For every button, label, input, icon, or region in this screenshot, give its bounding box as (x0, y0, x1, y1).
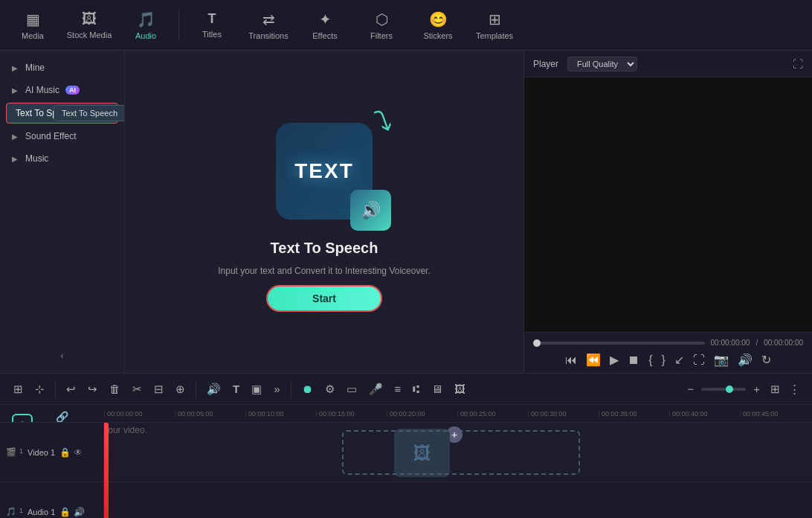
zoom-control: − + (683, 380, 764, 398)
ruler-mark-2: 00:00:10:00 (245, 410, 316, 418)
nav-item-effects[interactable]: ✦ Effects (298, 3, 352, 48)
toolbar-split-btn[interactable]: ⊟ (149, 380, 168, 399)
toolbar-caption-btn[interactable]: ≡ (390, 380, 406, 398)
volume-button[interactable]: 🔊 (738, 353, 753, 367)
toolbar-settings-btn[interactable]: ⚙ (320, 380, 339, 399)
control-buttons: ⏮ ⏪ ▶ ⏹ { } ↙ ⛶ 📷 🔊 ↻ (533, 353, 803, 367)
tts-illustration: TEXT ⤵ 🔊 (265, 112, 384, 231)
nav-label-stock-media: Stock Media (67, 31, 112, 39)
timeline-tracks: + 🖼 Drag and drop media and effects here… (104, 423, 812, 518)
nav-item-stock-media[interactable]: 🖼 Stock Media (62, 3, 116, 48)
fullscreen-button[interactable]: ⛶ (693, 354, 705, 367)
sidebar-label-sound-effect: Sound Effect (25, 131, 77, 141)
toolbar-crop3-btn[interactable]: ▭ (342, 380, 361, 399)
sidebar-item-ai-music[interactable]: ▶ AI Music AI (0, 79, 124, 101)
track-lock-btn-video[interactable]: 🔒 (59, 447, 71, 458)
toolbar-screen-btn[interactable]: 🖥 (427, 380, 447, 398)
player-header: Player Full Quality 1/2 Quality 1/4 Qual… (524, 51, 812, 77)
track-lock-btn-audio[interactable]: 🔒 (59, 507, 71, 517)
audio-track-row (104, 482, 812, 518)
toolbar-separator-2 (196, 380, 196, 398)
progress-bar[interactable] (533, 342, 705, 345)
tts-text-icon: TEXT (294, 159, 354, 183)
zoom-knob (726, 386, 733, 393)
more-button[interactable]: ↻ (761, 353, 771, 367)
list-view-button[interactable]: ⋮ (786, 380, 803, 399)
toolbar-crop2-btn[interactable]: ▣ (247, 380, 266, 399)
track-visibility-btn-video[interactable]: 👁 (74, 447, 83, 458)
toolbar-select-btn[interactable]: ⊞ (9, 380, 28, 399)
track-icons-video: 🎬 1 (6, 447, 23, 457)
content-title: Text To Speech (271, 240, 378, 257)
track-label-video: 🎬 1 Video 1 🔒 👁 (0, 423, 103, 482)
stickers-icon: 😊 (429, 10, 448, 28)
stock-media-icon: 🖼 (82, 10, 97, 28)
zoom-in-button[interactable]: + (749, 380, 764, 398)
templates-icon: ⊞ (489, 10, 501, 28)
player-panel: Player Full Quality 1/2 Quality 1/4 Qual… (523, 51, 812, 373)
nav-item-stickers[interactable]: 😊 Stickers (411, 3, 465, 48)
toolbar-audio-btn[interactable]: 🔊 (202, 380, 225, 399)
toolbar-undo-btn[interactable]: ↩ (62, 380, 80, 399)
nav-item-filters[interactable]: ⬡ Filters (355, 3, 408, 48)
progress-knob[interactable] (533, 339, 541, 347)
sidebar-item-sound-effect[interactable]: ▶ Sound Effect (0, 125, 124, 147)
track-volume-btn-audio[interactable]: 🔊 (74, 507, 85, 517)
filters-icon: ⬡ (376, 10, 388, 28)
media-icon: ▦ (26, 10, 40, 28)
toolbar-crop-btn[interactable]: ⊕ (171, 380, 190, 399)
player-controls: 00:00:00:00 / 00:00:00:00 ⏮ ⏪ ▶ ⏹ { } ↙ … (524, 332, 812, 373)
sidebar-collapse-button[interactable]: ‹ (0, 345, 124, 367)
nav-item-transitions[interactable]: ⇄ Transitions (242, 3, 295, 48)
nav-item-templates[interactable]: ⊞ Templates (468, 3, 521, 48)
nav-item-titles[interactable]: T Titles (185, 3, 239, 48)
toolbar-separator-1 (55, 380, 56, 398)
tts-arrow-icon: ⤵ (371, 103, 396, 139)
transitions-icon: ⇄ (262, 10, 275, 28)
toolbar-track-btn[interactable]: ⑆ (408, 380, 424, 398)
toolbar-record-btn[interactable]: ⏺ (297, 380, 318, 398)
nav-label-audio: Audio (135, 31, 156, 40)
zoom-slider[interactable] (701, 388, 746, 391)
toolbar-more-btn[interactable]: » (269, 380, 284, 398)
sidebar-label-mine: Mine (25, 63, 45, 73)
sidebar-item-music[interactable]: ▶ Music (0, 147, 124, 170)
sidebar-item-mine[interactable]: ▶ Mine (0, 57, 124, 79)
mark-out-button[interactable]: } (662, 354, 666, 367)
start-button[interactable]: Start (266, 285, 382, 312)
video-drop-zone[interactable] (342, 430, 580, 475)
ruler-mark-3: 00:00:15:00 (316, 410, 387, 418)
timeline-playhead[interactable] (104, 423, 109, 518)
nav-item-media[interactable]: ▦ Media (6, 3, 59, 48)
toolbar-text-btn[interactable]: T (228, 380, 244, 398)
skip-back-button[interactable]: ⏮ (565, 354, 577, 367)
player-expand-button[interactable]: ⛶ (793, 58, 803, 70)
track-number-video: 1 (19, 447, 23, 457)
toolbar-image-btn[interactable]: 🖼 (450, 380, 470, 398)
toolbar-separator-3 (291, 380, 291, 398)
toolbar-redo-btn[interactable]: ↪ (83, 380, 102, 399)
play-button[interactable]: ▶ (610, 353, 619, 367)
toolbar-mic-btn[interactable]: 🎤 (364, 380, 387, 399)
track-name-audio: Audio 1 (28, 508, 55, 517)
frame-back-button[interactable]: ⏪ (586, 353, 601, 367)
toolbar-pointer-btn[interactable]: ⊹ (30, 380, 49, 399)
grid-view-button[interactable]: ⊞ (767, 380, 783, 399)
mark-in-button[interactable]: { (648, 354, 652, 367)
quality-select[interactable]: Full Quality 1/2 Quality 1/4 Quality (567, 57, 637, 71)
snapshot-button[interactable]: 📷 (714, 353, 729, 367)
toolbar-cut-btn[interactable]: ✂ (128, 380, 146, 399)
audio-icon: 🎵 (137, 10, 155, 28)
insert-button[interactable]: ↙ (674, 353, 684, 367)
toolbar-delete-btn[interactable]: 🗑 (105, 380, 125, 398)
track-number-audio: 1 (19, 507, 23, 517)
zoom-out-button[interactable]: − (683, 380, 698, 398)
ruler-mark-5: 00:00:25:00 (457, 410, 528, 418)
stop-button[interactable]: ⏹ (628, 354, 639, 367)
mine-arrow-icon: ▶ (12, 64, 18, 72)
main-area: ▶ Mine ▶ AI Music AI Text To Speech Text… (0, 51, 812, 373)
timeline-link-btn[interactable]: 🔗 (56, 411, 68, 423)
nav-item-audio[interactable]: 🎵 Audio (119, 3, 173, 48)
music-arrow-icon: ▶ (12, 155, 18, 163)
nav-label-templates: Templates (476, 31, 513, 40)
